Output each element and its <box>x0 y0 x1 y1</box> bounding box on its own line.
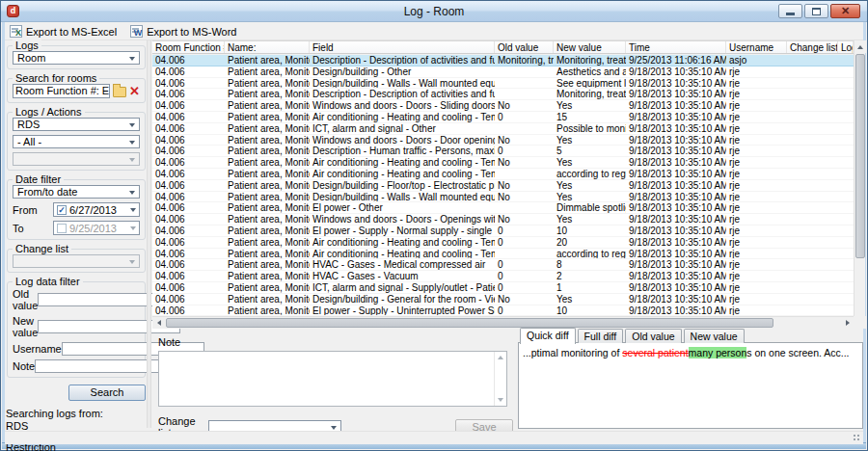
browse-folder-icon[interactable] <box>113 87 126 97</box>
table-row[interactable]: 04.006Patient area, MonitoringDescriptio… <box>152 146 854 157</box>
export-excel-label: Export to MS-Excel <box>26 26 117 38</box>
column-header-name[interactable]: Name: <box>225 41 310 53</box>
cell-new: Yes <box>554 214 626 225</box>
column-header-changelist[interactable]: Change list <box>787 41 838 53</box>
table-row[interactable]: 04.006Patient area, MonitoringAir condit… <box>152 169 854 180</box>
tab-full-diff[interactable]: Full diff <box>578 329 624 343</box>
table-row[interactable]: 04.006Patient area, MonitoringAir condit… <box>152 112 854 123</box>
cell-time: 9/18/2013 10:35:10 AM <box>626 89 726 99</box>
column-header-user[interactable]: Username <box>726 41 787 53</box>
cell-user: rje <box>726 226 787 236</box>
close-button[interactable]: ✕ <box>830 4 860 18</box>
cell-log <box>838 192 854 202</box>
tab-quick-diff[interactable]: Quick diff <box>520 328 576 344</box>
table-row[interactable]: 04.006Patient area, MonitoringWindows an… <box>152 135 854 146</box>
chevron-down-icon <box>130 208 136 212</box>
vertical-splitter[interactable] <box>147 40 151 428</box>
tab-new-value[interactable]: New value <box>684 329 745 343</box>
from-date-checkbox[interactable]: ✓ <box>57 205 67 215</box>
vertical-scrollbar[interactable] <box>854 40 865 329</box>
change-list-group: Change list <box>7 249 146 273</box>
resize-grip[interactable] <box>853 434 861 442</box>
room-search-criteria-field[interactable]: Room Function #: Equals 04.0 <box>13 84 110 98</box>
table-row[interactable]: 04.006Patient area, MonitoringWindows an… <box>152 214 854 226</box>
cell-time: 9/18/2013 10:35:10 AM <box>626 282 726 293</box>
table-row[interactable]: 04.006Patient area, MonitoringICT, alarm… <box>152 282 854 294</box>
logs-select[interactable]: Room <box>13 51 140 65</box>
cell-field: Air conditioning - Heating and cooling -… <box>310 112 495 122</box>
cell-changelist <box>787 146 838 156</box>
cell-new: Dimmable spotligh... <box>554 202 626 213</box>
horizontal-scrollbar-thumb[interactable] <box>166 318 773 328</box>
cell-name: Patient area, Monitoring <box>225 89 310 99</box>
to-date-picker[interactable]: 9/25/2013 <box>53 221 140 235</box>
table-row[interactable]: 04.006Patient area, MonitoringDesign/bui… <box>152 78 854 90</box>
column-header-old[interactable]: Old value <box>495 41 554 53</box>
maximize-button[interactable] <box>804 4 828 18</box>
cell-time: 9/25/2013 11:06:16 AM <box>626 55 726 66</box>
cell-field: Windows and doors - Doors - Door opening… <box>310 135 495 146</box>
log-type-select[interactable]: RDS <box>13 118 140 131</box>
chevron-down-icon <box>129 123 135 127</box>
column-header-field[interactable]: Field <box>310 41 495 53</box>
to-date-checkbox[interactable] <box>57 224 67 233</box>
table-row[interactable]: 04.006Patient area, MonitoringDesign/bui… <box>152 192 854 203</box>
column-header-new[interactable]: New value <box>554 41 626 53</box>
cell-old: No <box>495 100 554 111</box>
cell-name: Patient area, Monitoring <box>225 226 310 236</box>
cell-user: rje <box>726 202 787 213</box>
table-row[interactable]: 04.006Patient area, MonitoringDescriptio… <box>152 89 854 100</box>
room-search-criteria-value: Room Function #: Equals 04.0 <box>15 85 110 96</box>
cell-rf: 04.006 <box>152 100 225 111</box>
scroll-left-button[interactable] <box>152 317 165 329</box>
cell-old: No <box>495 157 554 168</box>
cell-rf: 04.006 <box>152 271 225 281</box>
chevron-down-icon <box>129 191 135 195</box>
from-date-picker[interactable]: ✓ 6/27/2013 <box>53 202 140 217</box>
cell-new: 8 <box>554 259 626 270</box>
search-button[interactable]: Search <box>68 385 146 401</box>
word-icon: W <box>130 25 143 38</box>
cell-new: Possible to monito... <box>554 123 626 134</box>
column-header-rf[interactable]: Room Function #: <box>152 41 225 53</box>
table-row[interactable]: 04.006Patient area, MonitoringEl power -… <box>152 226 854 237</box>
table-row[interactable]: 04.006Patient area, MonitoringDesign/bui… <box>152 180 854 192</box>
table-row[interactable]: 04.006Patient area, MonitoringWindows an… <box>152 100 854 112</box>
table-row[interactable]: 04.006Patient area, MonitoringEl power -… <box>152 305 854 316</box>
vertical-scrollbar-thumb[interactable] <box>855 54 865 258</box>
note-scrollbar[interactable] <box>494 352 506 406</box>
scroll-up-button[interactable] <box>854 40 866 53</box>
cell-user: rje <box>726 135 787 146</box>
table-row[interactable]: 04.006Patient area, MonitoringDescriptio… <box>152 55 854 66</box>
titlebar[interactable]: d Log - Room ✕ <box>1 1 867 22</box>
export-excel-button[interactable]: X Export to MS-Excel <box>10 25 117 38</box>
cell-changelist <box>787 55 838 66</box>
column-header-time[interactable]: Time <box>626 41 726 53</box>
note-textarea[interactable] <box>158 351 507 407</box>
cell-changelist <box>787 282 838 293</box>
cell-field: ICT, alarm and signal - Other <box>310 123 495 134</box>
table-row[interactable]: 04.006Patient area, MonitoringHVAC - Gas… <box>152 259 854 271</box>
table-row[interactable]: 04.006Patient area, MonitoringDesign/bui… <box>152 294 854 305</box>
clear-criteria-icon[interactable]: ✕ <box>129 85 140 97</box>
cell-name: Patient area, Monitoring <box>225 66 310 77</box>
table-row[interactable]: 04.006Patient area, MonitoringAir condit… <box>152 249 854 260</box>
table-row[interactable]: 04.006Patient area, MonitoringHVAC - Gas… <box>152 271 854 282</box>
change-list-select[interactable] <box>13 254 140 268</box>
cell-rf: 04.006 <box>152 226 225 236</box>
cell-rf: 04.006 <box>152 78 225 89</box>
table-row[interactable]: 04.006Patient area, MonitoringEl power -… <box>152 202 854 214</box>
table-row[interactable]: 04.006Patient area, MonitoringAir condit… <box>152 157 854 169</box>
table-row[interactable]: 04.006Patient area, MonitoringDesign/bui… <box>152 66 854 78</box>
column-header-log[interactable]: Log <box>838 41 854 53</box>
tab-old-value[interactable]: Old value <box>625 329 681 343</box>
sub-action-select[interactable] <box>13 152 140 166</box>
cell-log <box>838 226 854 236</box>
date-mode-select[interactable]: From/to date <box>13 185 140 199</box>
action-select[interactable]: - All - <box>13 135 140 148</box>
table-row[interactable]: 04.006Patient area, MonitoringAir condit… <box>152 237 854 249</box>
minimize-button[interactable] <box>778 4 802 18</box>
cell-new: according to regul... <box>554 249 626 259</box>
table-row[interactable]: 04.006Patient area, MonitoringICT, alarm… <box>152 123 854 135</box>
export-word-button[interactable]: W Export to MS-Word <box>130 25 236 38</box>
